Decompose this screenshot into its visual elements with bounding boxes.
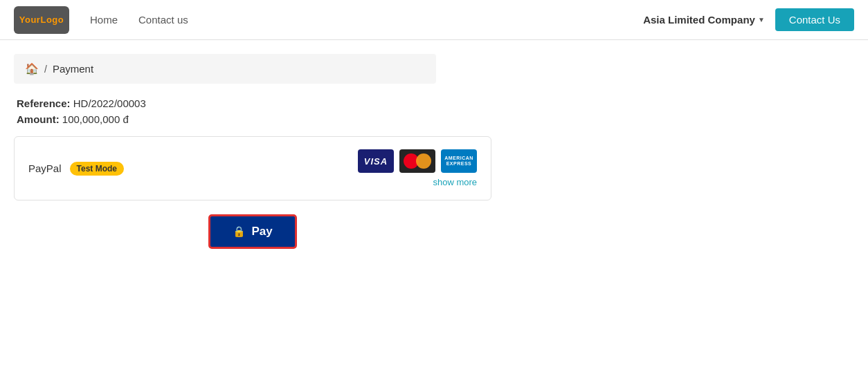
navbar-left: YourLogo Home Contact us	[14, 6, 188, 34]
mastercard-icon	[399, 149, 435, 173]
home-nav-link[interactable]: Home	[90, 14, 118, 26]
navbar-right: Asia Limited Company ▼ Contact Us	[643, 8, 854, 31]
reference-value: HD/2022/00003	[73, 97, 146, 109]
reference-label: Reference:	[17, 97, 71, 109]
mc-orange-circle	[416, 153, 431, 169]
amount-row: Amount: 100,000,000 đ	[17, 113, 485, 125]
amex-label2: EXPRESS	[446, 161, 472, 167]
logo[interactable]: YourLogo	[14, 6, 69, 34]
lock-icon: 🔒	[233, 225, 246, 238]
card-icons: VISA AMERICAN EXPRESS	[358, 149, 477, 173]
logo-logo: Logo	[40, 15, 64, 25]
chevron-down-icon: ▼	[758, 16, 765, 24]
payment-left: PayPal Test Mode	[28, 162, 124, 176]
amex-label: AMERICAN	[444, 156, 473, 161]
amex-card-icon: AMERICAN EXPRESS	[441, 149, 477, 173]
pay-button-label: Pay	[251, 225, 272, 239]
breadcrumb: 🏠 / Payment	[14, 54, 436, 84]
company-dropdown[interactable]: Asia Limited Company ▼	[643, 14, 765, 26]
breadcrumb-current: Payment	[53, 63, 93, 75]
show-more-link[interactable]: show more	[433, 177, 477, 187]
paypal-label: PayPal	[28, 162, 62, 174]
logo-your: Your	[19, 15, 41, 25]
info-section: Reference: HD/2022/00003 Amount: 100,000…	[14, 97, 485, 125]
pay-button-container: 🔒 Pay	[14, 214, 491, 249]
breadcrumb-separator: /	[44, 64, 47, 75]
contact-nav-link[interactable]: Contact us	[138, 14, 188, 26]
company-name: Asia Limited Company	[643, 14, 755, 26]
contact-us-button[interactable]: Contact Us	[775, 8, 854, 31]
amount-value: 100,000,000 đ	[62, 113, 129, 125]
reference-row: Reference: HD/2022/00003	[17, 97, 485, 109]
test-mode-badge: Test Mode	[70, 162, 124, 176]
visa-card-icon: VISA	[358, 149, 394, 173]
navbar: YourLogo Home Contact us Asia Limited Co…	[0, 0, 868, 40]
payment-card: PayPal Test Mode VISA AMERICAN EXPRESS s…	[14, 136, 491, 200]
home-icon[interactable]: 🏠	[25, 62, 39, 75]
payment-right: VISA AMERICAN EXPRESS show more	[358, 149, 477, 187]
amount-label: Amount:	[17, 113, 60, 125]
pay-button[interactable]: 🔒 Pay	[208, 214, 296, 249]
main-content: 🏠 / Payment Reference: HD/2022/00003 Amo…	[0, 40, 498, 263]
